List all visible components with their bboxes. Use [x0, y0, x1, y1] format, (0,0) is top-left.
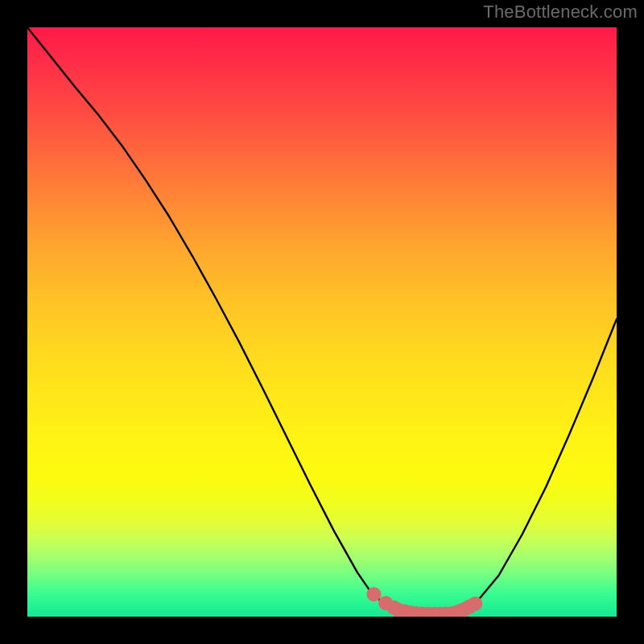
watermark-text: TheBottleneck.com: [483, 2, 638, 23]
marker-dot: [468, 597, 482, 611]
chart-frame: TheBottleneck.com: [0, 0, 644, 644]
marker-dot: [366, 587, 381, 601]
plot-area: [27, 27, 617, 617]
bottleneck-curve: [27, 27, 617, 614]
optimal-markers: [366, 587, 482, 617]
curve-svg: [27, 27, 617, 617]
